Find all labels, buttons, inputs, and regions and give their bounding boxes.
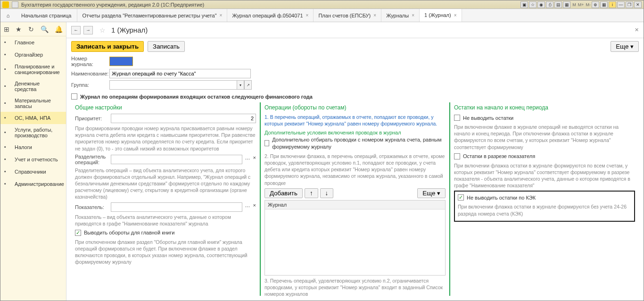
home-icon[interactable]: ⌂ (0, 9, 16, 22)
separator-input[interactable] (111, 155, 242, 164)
tools-icon[interactable]: ▦ (600, 1, 608, 8)
journals-listbox[interactable]: Журнал (264, 200, 446, 276)
save-button[interactable]: Записать (148, 41, 185, 52)
sidebar-item[interactable]: ▪Материальные запасы (0, 95, 66, 112)
sidebar-item[interactable]: ▪Услуги, работы, производство (0, 124, 66, 141)
sidebar-item[interactable]: ▪Администрирование (0, 178, 66, 190)
tab[interactable]: Журнал операций ф.0504071× (227, 9, 314, 22)
minimize-icon[interactable]: — (617, 1, 625, 8)
menu-icon[interactable] (12, 1, 18, 8)
tab-close-icon[interactable]: × (373, 13, 376, 18)
tab-close-icon[interactable]: × (412, 13, 414, 18)
sidebar-item[interactable]: ▪Справочники (0, 166, 66, 178)
ops-sub-heading: Дополнительные условия включения проводо… (264, 130, 446, 135)
history-icon[interactable]: ↻ (28, 25, 34, 33)
m-minus-btn[interactable]: M- (586, 2, 591, 7)
tab-close-icon[interactable]: × (220, 13, 223, 18)
sidebar-item[interactable]: ▪Органайзер (0, 49, 66, 61)
general-heading: Общие настройки (75, 104, 256, 111)
no-kek-checkbox[interactable] (458, 194, 464, 201)
close-icon[interactable]: ✕ (634, 1, 642, 8)
group-open-icon[interactable]: ↗ (244, 80, 252, 90)
m-plus-btn[interactable]: M+ (578, 2, 584, 7)
sidebar-item[interactable]: ▪Главное (0, 36, 66, 49)
sidebar-item[interactable]: ▪Денежные средства (0, 78, 66, 95)
toolbar-btn[interactable]: ▦ (563, 1, 570, 8)
tab-close-icon[interactable]: × (306, 13, 309, 18)
group-dropdown-icon[interactable]: ▾ (237, 80, 244, 90)
group-input[interactable] (109, 80, 237, 90)
tab-close-icon[interactable]: × (454, 13, 457, 18)
journal-name-input[interactable] (109, 69, 251, 78)
forward-button[interactable]: → (83, 26, 93, 34)
priority-input[interactable] (111, 114, 256, 123)
tab[interactable]: План счетов (ЕПСБУ)× (314, 9, 381, 22)
section-icon: ▪ (4, 129, 11, 136)
no-kek-label: Не выводить остатки по КЭК (467, 195, 536, 201)
sidebar: ⊞ ★ ↻ 🔍 🔔 ▪Главное▪Органайзер▪Планирован… (0, 22, 66, 301)
zoom-in-icon[interactable]: ⊕ (592, 1, 599, 8)
sidebar-item[interactable]: ▪Планирование и санкционирование (0, 61, 66, 78)
no-balances-label: Не выводить остатки (463, 115, 513, 121)
toolbar-btn[interactable]: ☆ (529, 1, 537, 8)
page-title: 1 (Журнал) (111, 26, 148, 34)
toolbar-btn[interactable]: ◉ (537, 1, 545, 8)
section-icon: ▪ (4, 83, 11, 90)
info-icon[interactable]: i (609, 1, 616, 8)
move-up-button[interactable]: ↑ (305, 188, 318, 198)
toolbar-btn[interactable]: ▤ (554, 1, 562, 8)
extra-filter-checkbox[interactable] (264, 140, 269, 146)
add-button[interactable]: Добавить (264, 188, 303, 198)
ops-p2: 2. При включении флажка, в перечень опер… (264, 153, 446, 186)
separator-clear-icon[interactable]: × (253, 155, 256, 164)
page-bar: ← → ☆ 1 (Журнал) ✕ (66, 22, 644, 38)
sidebar-item[interactable]: ▪Налоги (0, 141, 66, 153)
search-icon[interactable]: 🔍 (41, 25, 49, 33)
tab[interactable]: Журналы× (381, 9, 420, 22)
os-titlebar: Бухгалтерия государственного учреждения,… (0, 0, 644, 9)
mainbook-checkbox[interactable] (75, 230, 81, 236)
section-icon: ▪ (4, 100, 11, 107)
start-page-tab[interactable]: Начальная страница (16, 9, 77, 22)
section-icon: ▪ (4, 51, 11, 58)
bell-icon[interactable]: 🔔 (55, 25, 63, 33)
move-down-button[interactable]: ↓ (320, 188, 334, 198)
list-header: Журнал (265, 201, 445, 209)
sidebar-item[interactable]: ▪Учет и отчетность (0, 153, 66, 166)
indicator-label: Показатель: (75, 204, 108, 210)
close-page-icon[interactable]: ✕ (635, 27, 639, 33)
no-balances-help: При включенном флажке в журнале операций… (454, 124, 635, 150)
indicator-help: Показатель – вид объекта аналитического … (75, 214, 256, 227)
sidebar-item[interactable]: ▪ОС, НМА, НПА (0, 112, 66, 124)
highlighted-option: Не выводить остатки по КЭК При включении… (454, 191, 635, 221)
star-icon[interactable]: ★ (16, 25, 22, 33)
no-balances-checkbox[interactable] (454, 115, 460, 121)
m-btn[interactable]: M (572, 2, 576, 7)
journal-number-input[interactable] (109, 57, 133, 66)
toolbar-btn[interactable]: ▣ (520, 1, 528, 8)
indicator-select-icon[interactable]: … (245, 202, 250, 212)
favorite-icon[interactable]: ☆ (99, 26, 106, 34)
tab[interactable]: 1 (Журнал)× (420, 9, 462, 22)
more-button[interactable]: Еще ▾ (611, 41, 639, 52)
toolbar-btn[interactable]: ⎙ (546, 1, 553, 8)
separator-select-icon[interactable]: … (245, 155, 250, 164)
indicator-input[interactable] (111, 202, 242, 212)
priority-help: При формировании проводки номер журнала … (75, 125, 256, 152)
extra-filter-label: Дополнительно отбирать проводки с номеро… (272, 136, 446, 150)
indicator-clear-icon[interactable]: × (253, 202, 256, 212)
window-title: Бухгалтерия государственного учреждения,… (21, 2, 204, 8)
tab[interactable]: Отчеты раздела "Регламентированные регис… (77, 9, 227, 22)
balances-heading: Остатки на начало и конец периода (454, 104, 635, 111)
back-button[interactable]: ← (71, 26, 81, 34)
separator-help: Разделитель операций – вид объекта анали… (75, 167, 256, 201)
col-balances: Остатки на начало и конец периода Не выв… (449, 102, 639, 296)
toolbar: Записать и закрыть Записать Еще ▾ (66, 38, 644, 55)
save-close-button[interactable]: Записать и закрыть (71, 41, 144, 52)
year-journal-checkbox[interactable] (71, 93, 77, 100)
list-more-button[interactable]: Еще ▾ (417, 188, 446, 198)
section-icon: ▪ (4, 168, 11, 175)
apps-icon[interactable]: ⊞ (4, 25, 9, 33)
maximize-icon[interactable]: ❐ (626, 1, 633, 8)
balances-by-indicator-checkbox[interactable] (454, 153, 460, 159)
